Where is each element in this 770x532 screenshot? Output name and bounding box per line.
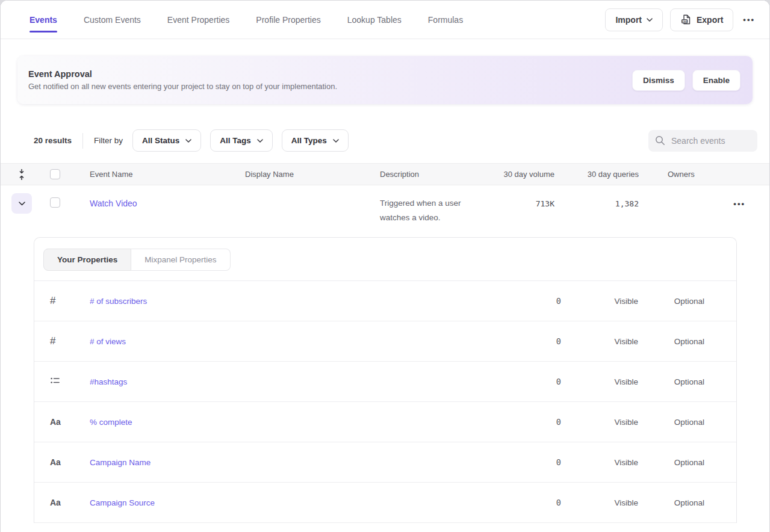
select-all-cell	[32, 169, 70, 179]
property-row: # # of subscribers 0 Visible Optional	[34, 281, 736, 321]
top-navigation: Events Custom Events Event Properties Pr…	[1, 1, 769, 39]
property-count: 0	[489, 336, 561, 346]
property-row: Aa Campaign Source 0 Visible Optional	[34, 483, 736, 523]
properties-tab-bar: Your Properties Mixpanel Properties	[34, 238, 736, 281]
tab-formulas[interactable]: Formulas	[428, 1, 463, 39]
events-table-header: Event Name Display Name Description 30 d…	[1, 163, 769, 185]
property-type-cell: #	[34, 295, 78, 307]
event-queries: 1,382	[554, 193, 639, 208]
column-30-day-queries: 30 day queries	[554, 170, 639, 179]
property-visibility: Visible	[561, 337, 638, 346]
property-name-link[interactable]: # of subscribers	[78, 297, 147, 306]
property-visibility: Visible	[561, 498, 638, 507]
chevron-down-icon	[257, 139, 263, 143]
import-button-label: Import	[615, 15, 642, 25]
chevron-down-icon	[19, 202, 25, 206]
tab-lookup-tables[interactable]: Lookup Tables	[347, 1, 402, 39]
property-visibility: Visible	[561, 458, 638, 467]
export-button-label: Export	[697, 15, 723, 25]
column-description: Description	[380, 170, 494, 179]
property-requirement: Optional	[638, 377, 704, 386]
tab-event-properties-label: Event Properties	[167, 15, 230, 25]
property-name-link[interactable]: # of views	[78, 337, 126, 346]
tab-custom-events[interactable]: Custom Events	[84, 1, 141, 39]
property-count: 0	[489, 417, 561, 427]
column-event-name: Event Name	[70, 170, 245, 179]
enable-button[interactable]: Enable	[692, 70, 741, 91]
property-visibility: Visible	[561, 418, 638, 427]
property-row: #hashtags 0 Visible Optional	[34, 362, 736, 402]
collapse-all-icon[interactable]	[11, 169, 32, 181]
property-visibility: Visible	[561, 297, 638, 306]
property-count: 0	[489, 498, 561, 507]
event-volume: 713K	[494, 193, 554, 208]
types-filter-dropdown[interactable]: All Types	[282, 129, 349, 152]
number-type-icon: #	[50, 335, 55, 347]
property-row: Aa % complete 0 Visible Optional	[34, 402, 736, 442]
property-type-cell: Aa	[34, 416, 78, 427]
property-type-cell: Aa	[34, 497, 78, 508]
property-name-link[interactable]: Campaign Source	[78, 498, 155, 507]
property-name-cell: % complete	[78, 416, 489, 427]
svg-text:csv: csv	[682, 20, 687, 23]
event-description: Triggered when a user watches a video.	[380, 193, 494, 225]
property-name-cell: Campaign Source	[78, 497, 489, 508]
property-name-link[interactable]: % complete	[78, 418, 132, 427]
status-filter-label: All Status	[142, 136, 179, 145]
event-name-cell: Watch Video	[70, 193, 245, 209]
csv-file-icon: csv	[680, 14, 692, 25]
property-name-link[interactable]: #hashtags	[78, 377, 127, 386]
chevron-down-icon	[647, 18, 653, 22]
tab-events-label: Events	[29, 15, 57, 25]
column-display-name: Display Name	[245, 170, 380, 179]
results-count: 20 results	[34, 136, 72, 145]
collapse-cell	[1, 169, 32, 181]
status-filter-dropdown[interactable]: All Status	[132, 129, 201, 152]
banner-description: Get notified on all new events entering …	[28, 82, 337, 91]
expand-cell	[1, 193, 32, 214]
property-name-cell: Campaign Name	[78, 457, 489, 468]
property-name-cell: # of subscribers	[78, 295, 489, 306]
select-all-checkbox[interactable]	[50, 169, 60, 179]
property-name-cell: # of views	[78, 336, 489, 347]
column-30-day-volume: 30 day volume	[494, 170, 554, 179]
tab-events[interactable]: Events	[29, 1, 57, 39]
property-type-cell	[34, 376, 78, 388]
number-type-icon: #	[50, 295, 55, 306]
tab-event-properties[interactable]: Event Properties	[167, 1, 230, 39]
row-menu-cell: •••	[723, 193, 769, 209]
property-visibility: Visible	[561, 377, 638, 386]
event-approval-banner: Event Approval Get notified on all new e…	[17, 56, 753, 104]
text-type-icon: Aa	[50, 457, 61, 467]
export-button[interactable]: csv Export	[670, 8, 733, 31]
dismiss-button[interactable]: Dismiss	[632, 70, 685, 91]
property-name-link[interactable]: Campaign Name	[78, 458, 151, 467]
nav-tab-list: Events Custom Events Event Properties Pr…	[29, 1, 463, 39]
search-icon	[655, 135, 665, 146]
filter-by-label: Filter by	[94, 136, 123, 145]
tab-your-properties[interactable]: Your Properties	[43, 249, 131, 271]
property-row: # # of views 0 Visible Optional	[34, 321, 736, 362]
property-count: 0	[489, 377, 561, 386]
import-button[interactable]: Import	[605, 8, 663, 31]
row-menu-icon[interactable]: •••	[731, 196, 748, 212]
property-requirement: Optional	[638, 458, 704, 467]
row-checkbox[interactable]	[50, 197, 60, 208]
more-options-icon[interactable]: •••	[741, 12, 757, 27]
tags-filter-dropdown[interactable]: All Tags	[210, 129, 273, 152]
event-name-link[interactable]: Watch Video	[90, 193, 137, 209]
property-count: 0	[489, 457, 561, 467]
property-type-cell: Aa	[34, 457, 78, 468]
row-select-cell	[32, 193, 70, 208]
collapse-row-button[interactable]	[11, 193, 32, 214]
tab-profile-properties-label: Profile Properties	[256, 15, 320, 25]
divider	[82, 133, 83, 149]
tab-custom-events-label: Custom Events	[84, 15, 141, 25]
chevron-down-icon	[333, 139, 339, 143]
types-filter-label: All Types	[291, 136, 327, 145]
tab-mixpanel-properties[interactable]: Mixpanel Properties	[131, 249, 230, 271]
event-row-watch-video: Watch Video Triggered when a user watche…	[1, 185, 769, 237]
tab-profile-properties[interactable]: Profile Properties	[256, 1, 320, 39]
chevron-down-icon	[185, 139, 191, 143]
property-requirement: Optional	[638, 337, 704, 346]
